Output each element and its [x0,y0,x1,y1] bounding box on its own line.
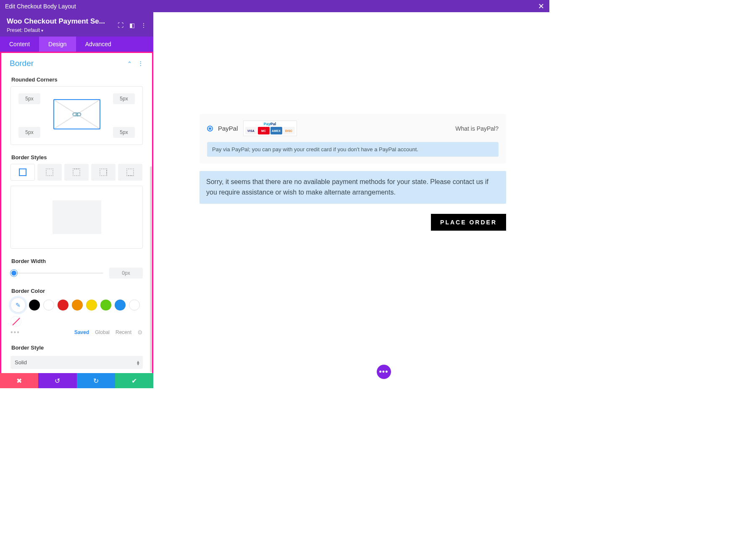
window-titlebar: Edit Checkout Body Layout ✕ [0,0,549,12]
save-button[interactable]: ✔ [115,373,153,388]
expand-icon[interactable]: ⛶ [118,22,123,29]
border-style-value: Solid [15,359,27,366]
corners-link-toggle[interactable]: 🔗 [53,99,100,129]
kebab-icon[interactable]: ⋮ [141,22,147,29]
swatch-white-2[interactable] [129,300,140,310]
corner-tr-input[interactable]: 5px [113,93,135,104]
more-swatches-icon[interactable]: ••• [10,329,20,336]
label-rounded-corners: Rounded Corners [1,72,152,86]
select-arrows-icon: ▴▾ [137,360,139,365]
mastercard-icon: MC [258,127,270,134]
label-border-color: Border Color [1,284,152,297]
swatch-green[interactable] [100,300,111,310]
swatch-white[interactable] [43,300,54,310]
preset-selector[interactable]: Preset: Default [7,27,105,33]
payment-section: PayPal PayPal VISA MC AMEX DISC What is … [200,114,506,163]
tab-advanced[interactable]: Advanced [76,37,121,52]
border-width-slider[interactable] [10,270,103,276]
panel-footer: ✖ ↺ ↻ ✔ [0,373,153,388]
place-order-button[interactable]: PLACE ORDER [431,214,506,231]
preview-canvas: PayPal PayPal VISA MC AMEX DISC What is … [153,12,549,388]
amex-icon: AMEX [270,127,282,134]
swatch-black[interactable] [29,300,40,310]
module-header: Woo Checkout Payment Se... Preset: Defau… [0,12,153,37]
settings-tabs: Content Design Advanced [0,37,153,52]
window-title: Edit Checkout Body Layout [5,3,76,10]
rounded-corners-control: 5px 5px 5px 5px 🔗 [10,86,143,145]
corner-bl-input[interactable]: 5px [18,127,40,138]
border-preview [10,186,143,249]
visa-icon: VISA [245,127,257,134]
border-styles-row [10,164,143,181]
swatch-blue[interactable] [115,300,126,310]
link-icon: 🔗 [71,108,83,120]
discover-icon: DISC [283,127,295,134]
swatch-yellow[interactable] [86,300,97,310]
section-menu-icon[interactable]: ⋮ [138,60,144,67]
what-is-paypal-link[interactable]: What is PayPal? [455,125,499,132]
paypal-info-text: Pay via PayPal; you can pay with your cr… [207,142,499,157]
cancel-button[interactable]: ✖ [0,373,38,388]
collapse-icon[interactable]: ⌃ [127,61,132,67]
redo-button[interactable]: ↻ [77,373,115,388]
border-side-top[interactable] [64,164,89,181]
tab-design[interactable]: Design [39,37,76,52]
border-side-all[interactable] [10,164,35,181]
color-tab-saved[interactable]: Saved [74,329,89,335]
swatch-orange[interactable] [72,300,83,310]
color-tab-global[interactable]: Global [95,329,110,335]
border-width-value[interactable]: 0px [109,268,143,279]
module-title: Woo Checkout Payment Se... [7,17,105,26]
close-icon[interactable]: ✕ [538,2,544,11]
paypal-label: PayPal [218,125,238,132]
corner-tl-input[interactable]: 5px [18,93,40,104]
builder-fab-icon[interactable]: ••• [377,365,391,379]
eyedropper-icon[interactable]: ✎ [10,297,26,313]
no-methods-notice: Sorry, it seems that there are no availa… [200,171,506,204]
corner-br-input[interactable]: 5px [113,127,135,138]
paypal-radio[interactable] [207,126,213,132]
border-style-select[interactable]: Solid ▴▾ [10,356,143,369]
section-title-border[interactable]: Border [10,59,34,68]
label-border-style: Border Style [1,340,152,354]
color-tab-recent[interactable]: Recent [116,329,131,335]
swatch-transparent[interactable] [10,316,21,327]
label-border-styles: Border Styles [1,150,152,164]
border-side-right[interactable] [91,164,116,181]
border-side-left[interactable] [37,164,62,181]
border-side-bottom[interactable] [118,164,142,181]
paypal-logo: PayPal VISA MC AMEX DISC [243,121,297,136]
color-swatches: ✎ [10,297,143,327]
tab-content[interactable]: Content [0,37,39,52]
swatch-red[interactable] [58,300,68,310]
layout-split-icon[interactable]: ◧ [129,22,135,29]
undo-button[interactable]: ↺ [38,373,76,388]
settings-panel: Border ⌃ ⋮ Rounded Corners 5px 5px 5px 5… [0,52,153,373]
scrollbar[interactable] [150,166,152,372]
gear-icon[interactable]: ⚙ [137,329,143,336]
label-border-width: Border Width [1,254,152,268]
